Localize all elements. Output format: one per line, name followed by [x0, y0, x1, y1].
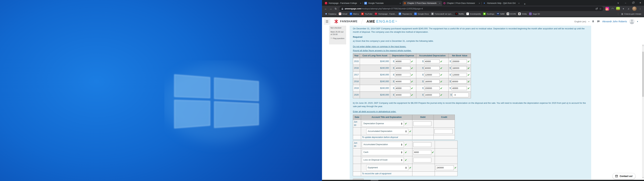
account-select[interactable]: Accumulated Depreciation [362, 142, 404, 148]
dep-input[interactable] [395, 86, 410, 90]
credit-input[interactable] [436, 166, 454, 170]
bookmark-item[interactable]: ≡Google Docs [413, 12, 430, 16]
dep-input[interactable] [395, 73, 410, 77]
bookmark-star-icon[interactable]: ☆ [599, 7, 602, 10]
contact-us-button[interactable]: Contact us! [613, 173, 635, 179]
messages-icon[interactable] [597, 20, 600, 23]
extensions-puzzle-icon[interactable]: ✦ [622, 7, 625, 10]
bookmark-item[interactable]: SAMSAM [496, 12, 506, 16]
credit-input[interactable] [434, 129, 453, 134]
empty-cell [434, 135, 455, 140]
account-select[interactable]: Accumulated Depreciation [366, 128, 408, 134]
nbv-input[interactable] [452, 80, 467, 84]
chrome-bottom-strip [322, 16, 644, 17]
forward-icon[interactable]: → [328, 6, 333, 11]
engage-wordmark: ENGAGE [376, 19, 395, 24]
bookmark-label: Сервисы [328, 13, 336, 15]
hamburger-menu-button[interactable] [324, 18, 330, 25]
notifications-bell-icon[interactable] [592, 20, 594, 23]
page-scrollbar[interactable]: ▲ ▼ [642, 44, 644, 179]
scrollbar-thumb[interactable] [642, 52, 644, 97]
tab-close-icon[interactable]: × [360, 2, 362, 4]
grass-extension-icon[interactable] [616, 7, 620, 10]
acc-input[interactable] [424, 80, 440, 84]
restore-button[interactable] [629, 0, 636, 6]
new-tab-button[interactable]: + [523, 2, 526, 6]
reading-list-button[interactable]: ▤ Список для чтения [620, 12, 642, 16]
bookmark-item[interactable]: ▤ECON [506, 12, 517, 16]
bookmark-item[interactable]: ▶YouTube [360, 12, 374, 16]
share-icon[interactable] [596, 8, 598, 10]
address-bar[interactable]: ameengage.com/mod/quiz/attempt.php?attem… [340, 6, 604, 11]
debit-input[interactable] [413, 158, 431, 162]
browser-tab[interactable]: ⇄Google Translate× [363, 1, 402, 6]
browser-tab[interactable]: ★Homework Help - Q&A from Onl× [482, 1, 521, 6]
tab-title: Homepage - Fanshawe College [329, 2, 358, 4]
account-select[interactable]: Cash [362, 150, 404, 155]
user-name-link[interactable]: Alexandr John Roberts [602, 20, 627, 23]
account-select[interactable]: Loss on Disposal of Asset [362, 157, 404, 163]
tab-close-icon[interactable]: × [399, 2, 401, 4]
dep-input[interactable] [395, 60, 410, 63]
bookmark-item[interactable]: ▥Vretta [517, 12, 528, 16]
acc-cell: $✔ [416, 92, 448, 98]
scroll-down-icon[interactable]: ▼ [642, 176, 644, 179]
debit-input[interactable] [413, 150, 431, 155]
site-brand[interactable]: FANSHAWE AMEENGAGETM [334, 18, 397, 24]
nbv-input[interactable] [452, 66, 467, 70]
acc-input[interactable] [424, 60, 440, 63]
bookmark-label: YouTube [365, 13, 372, 15]
nbv-input[interactable] [452, 73, 467, 77]
acc-input[interactable] [424, 86, 440, 90]
minimize-button[interactable]: – [622, 0, 629, 6]
arc-extension-icon[interactable]: ◠ [611, 7, 614, 10]
bookmark-item[interactable]: @Mail.ru [348, 12, 360, 16]
acc-input[interactable] [424, 73, 440, 77]
nbv-input[interactable] [452, 60, 467, 63]
bookmark-item[interactable]: NNetflix [454, 12, 465, 16]
dep-input[interactable] [395, 66, 410, 70]
dep-input[interactable] [395, 93, 410, 97]
playlist-extension-icon[interactable]: ♬ [627, 7, 630, 10]
debit-input[interactable] [413, 142, 431, 147]
tab-close-icon[interactable]: × [439, 2, 441, 4]
bookmark-item[interactable]: ▮Голосовой чат рул... [430, 12, 454, 16]
account-select[interactable]: Depreciation Expense [362, 121, 404, 126]
journal-debit-cell [412, 128, 434, 135]
close-button[interactable]: × [636, 0, 644, 6]
browser-tab[interactable]: Chapter 2 Post-Class Homewor× [442, 1, 482, 6]
bookmark-item[interactable]: ▮Sage 50 [528, 12, 541, 16]
back-icon[interactable]: ← [323, 6, 328, 11]
browser-tab[interactable]: Chapter 2 Post-Class Homework× [402, 1, 442, 6]
kebab-menu-icon[interactable]: ⋮ [638, 7, 642, 10]
dep-input[interactable] [395, 80, 410, 84]
nbv-input[interactable] [452, 93, 469, 97]
browser-profile-avatar[interactable] [632, 6, 636, 11]
nbv-input[interactable] [452, 86, 467, 90]
reload-icon[interactable]: ↻ [334, 6, 338, 11]
bookmark-item[interactable]: ▦Сервисы [324, 12, 338, 16]
language-selector[interactable]: English (en) [574, 20, 586, 23]
journal-date-cell [353, 156, 361, 164]
debit-input[interactable] [413, 121, 431, 126]
tab-close-icon[interactable]: × [478, 2, 480, 4]
bookmark-item[interactable]: ⇄Перевести [398, 12, 413, 16]
acc-input[interactable] [424, 66, 440, 70]
dollar-sign: $ [393, 60, 394, 63]
instagram-extension-icon[interactable]: ◎ [606, 7, 609, 10]
scroll-up-icon[interactable]: ▲ [642, 44, 644, 46]
browser-tab[interactable]: fHomepage - Fanshawe College× [323, 1, 363, 6]
account-select[interactable]: Equipment [366, 165, 408, 170]
flag-question-link[interactable]: ⚐ Flag question [330, 37, 345, 40]
bookmark-item[interactable]: ◉Duolingo [482, 12, 496, 16]
acc-input[interactable] [424, 93, 440, 97]
bookmark-item[interactable]: IInvestopedia [465, 12, 482, 16]
bookmark-item[interactable]: fHomepage - Fansh... [374, 12, 398, 16]
user-menu-caret-icon[interactable]: ▾ [637, 20, 638, 22]
bookmark-item[interactable]: MGmail [338, 12, 348, 16]
correct-check-icon: ✔ [468, 86, 470, 90]
reading-list-icon: ▤ [621, 13, 623, 15]
tab-search-icon[interactable]: ∨ [614, 0, 622, 6]
tab-close-icon[interactable]: × [518, 2, 520, 4]
user-avatar[interactable] [629, 19, 634, 24]
